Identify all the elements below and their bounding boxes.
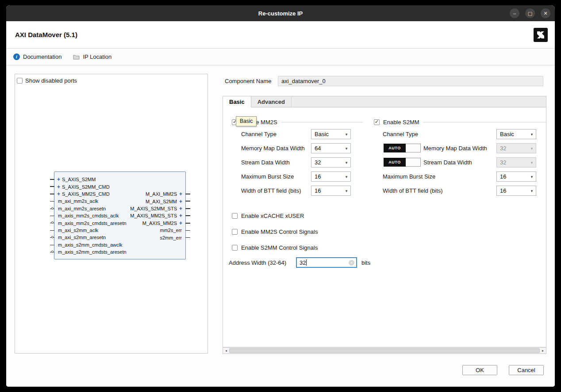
component-name-input[interactable]: axi_datamover_0 xyxy=(278,76,543,86)
check-icon: ✓ xyxy=(375,119,379,124)
dropdown-value: 16 xyxy=(311,173,342,180)
pin-stub-icon xyxy=(185,215,190,216)
port-row[interactable]: +S_AXIS_S2MM_CMD xyxy=(54,183,185,190)
port-label: M_AXIS_S2MM_STS xyxy=(130,206,177,211)
window-controls: – ▢ ✕ xyxy=(510,8,550,18)
folder-icon xyxy=(73,54,80,60)
auto-toggle-label: AUTO xyxy=(384,158,406,167)
port-row[interactable]: M_AXIS_S2MM_STS+ xyxy=(54,205,185,212)
s2mm-stream-width-label: Stream Data Width xyxy=(423,157,472,167)
dropdown-value: 32 xyxy=(311,159,342,166)
enable-s2mm-control-signals-row[interactable]: Enable S2MM Control Signals xyxy=(232,245,318,251)
dropdown-value: Basic xyxy=(497,131,528,137)
minimize-icon: – xyxy=(513,11,516,16)
maximize-button[interactable]: ▢ xyxy=(525,8,535,18)
interface-expand-icon[interactable]: + xyxy=(178,221,184,226)
scroll-right-arrow[interactable]: ▸ xyxy=(540,348,546,354)
dropdown-value: 32 xyxy=(497,145,528,152)
enable-s2mm-control-signals-label: Enable S2MM Control Signals xyxy=(241,244,318,251)
interface-expand-icon[interactable]: + xyxy=(56,184,61,190)
interface-expand-icon[interactable]: + xyxy=(178,191,184,197)
port-row[interactable]: m_axis_s2mm_cmdsts_awclk xyxy=(54,241,185,248)
cancel-button[interactable]: Cancel xyxy=(509,365,544,375)
mm2s-channel-type-label: Channel Type xyxy=(241,129,277,139)
enable-mm2s-control-signals-row[interactable]: Enable MM2S Control Signals xyxy=(232,229,318,235)
show-disabled-ports-label: Show disabled ports xyxy=(25,77,77,84)
auto-toggle-label: AUTO xyxy=(384,144,406,152)
s2mm-channel-type-dropdown[interactable]: Basic▾ xyxy=(496,129,536,139)
enable-s2mm-label: Enable S2MM xyxy=(383,119,419,126)
mm2s-stream-width-label: Stream Data Width xyxy=(241,157,290,167)
tab-advanced[interactable]: Advanced xyxy=(251,96,292,107)
enable-mm2s-control-signals-label: Enable MM2S Control Signals xyxy=(241,228,318,235)
title-bar[interactable]: Re-customize IP – ▢ ✕ xyxy=(6,5,555,21)
mm2s-btt-width-dropdown[interactable]: 16▾ xyxy=(311,186,351,196)
port-row[interactable]: M_AXI_S2MM+ xyxy=(54,198,185,205)
chevron-down-icon: ▾ xyxy=(342,175,350,179)
pin-stub-icon xyxy=(185,201,190,202)
pin-stub-icon xyxy=(185,208,190,209)
tab-basic[interactable]: Basic xyxy=(223,96,251,107)
desktop-background: Re-customize IP – ▢ ✕ AXI DataMover (5.1… xyxy=(0,0,561,392)
enable-mm2s-control-signals-checkbox[interactable] xyxy=(232,229,238,235)
enable-s2mm-control-signals-checkbox[interactable] xyxy=(232,245,238,251)
active-low-icon xyxy=(51,221,54,224)
scroll-left-arrow[interactable]: ◂ xyxy=(223,348,229,354)
mm2s-channel-type-dropdown[interactable]: Basic▾ xyxy=(311,129,351,139)
horizontal-scrollbar[interactable]: ◂ ▸ xyxy=(223,347,546,354)
group-divider xyxy=(281,122,363,122)
interface-expand-icon[interactable]: + xyxy=(56,177,61,182)
enable-s2mm-checkbox[interactable]: ✓ xyxy=(374,119,380,125)
close-button[interactable]: ✕ xyxy=(541,8,550,18)
port-row[interactable]: m_axis_s2mm_cmdsts_aresetn xyxy=(54,248,185,255)
pin-stub-icon xyxy=(185,223,190,224)
address-width-input[interactable]: 32 ✕ xyxy=(296,257,357,268)
enable-xcache-xuser-checkbox[interactable] xyxy=(232,213,238,219)
right-ports: M_AXI_MM2S+ M_AXI_S2MM+ M_AXIS_S2MM_STS+… xyxy=(54,190,185,241)
mm2s-max-burst-dropdown[interactable]: 16▾ xyxy=(311,171,351,182)
enable-xcache-xuser-row[interactable]: Enable xCACHE xUSER xyxy=(232,213,304,219)
documentation-button[interactable]: i Documentation xyxy=(13,53,61,60)
interface-expand-icon[interactable]: + xyxy=(178,206,184,211)
clear-input-icon[interactable]: ✕ xyxy=(349,260,354,266)
scrollbar-thumb[interactable] xyxy=(229,348,540,353)
s2mm-stream-width-auto-toggle[interactable]: AUTO xyxy=(384,158,421,167)
chevron-down-icon: ▾ xyxy=(342,189,350,193)
pin-stub-icon xyxy=(50,201,54,202)
basic-tab-panel: ✓ Enable MM2S Channel Type Basic▾ Memory… xyxy=(223,107,546,347)
port-row[interactable]: M_AXIS_MM2S_STS+ xyxy=(54,212,185,219)
port-row[interactable]: +S_AXIS_S2MM xyxy=(54,176,185,183)
minimize-button[interactable]: – xyxy=(510,8,519,18)
s2mm-btt-width-label: Width of BTT field (bits) xyxy=(383,186,443,196)
active-low-icon xyxy=(51,251,54,253)
mm2s-memory-map-width-dropdown[interactable]: 64▾ xyxy=(311,143,351,153)
show-disabled-ports-checkbox[interactable] xyxy=(17,78,23,84)
ip-symbol-panel: Show disabled ports +S_AXIS_S2MM +S_AXIS… xyxy=(15,74,208,354)
mm2s-stream-width-dropdown[interactable]: 32▾ xyxy=(311,157,351,167)
port-label: M_AXIS_MM2S xyxy=(142,221,177,226)
ip-block-diagram[interactable]: +S_AXIS_S2MM +S_AXIS_S2MM_CMD +S_AXIS_MM… xyxy=(54,171,186,259)
tooltip: Basic xyxy=(236,116,257,126)
port-row[interactable]: M_AXI_MM2S+ xyxy=(54,190,185,198)
address-width-label: Address Width (32-64) xyxy=(229,258,286,268)
dropdown-value: 32 xyxy=(497,159,528,166)
show-disabled-ports-row[interactable]: Show disabled ports xyxy=(17,77,77,84)
port-row[interactable]: mm2s_err xyxy=(54,227,185,234)
s2mm-btt-width-dropdown[interactable]: 16▾ xyxy=(496,186,536,196)
auto-toggle-slot xyxy=(406,158,421,167)
port-label: M_AXI_S2MM xyxy=(146,199,177,204)
info-icon: i xyxy=(13,53,20,60)
s2mm-max-burst-label: Maximum Burst Size xyxy=(383,171,435,182)
s2mm-memory-map-width-auto-toggle[interactable]: AUTO xyxy=(384,144,421,152)
port-row[interactable]: M_AXIS_MM2S+ xyxy=(54,220,185,227)
port-row[interactable]: s2mm_err xyxy=(54,234,185,241)
config-tabbox: Basic Advanced ✓ Enable MM2S Channel Typ… xyxy=(223,96,546,354)
s2mm-max-burst-dropdown[interactable]: 16▾ xyxy=(496,171,536,182)
auto-toggle-slot xyxy=(406,144,421,152)
ok-button[interactable]: OK xyxy=(462,365,497,375)
ip-location-button[interactable]: IP Location xyxy=(73,53,111,60)
port-label: m_axis_s2mm_cmdsts_aresetn xyxy=(58,249,127,255)
dropdown-value: 16 xyxy=(497,187,528,194)
interface-expand-icon[interactable]: + xyxy=(178,213,184,218)
interface-expand-icon[interactable]: + xyxy=(178,199,184,204)
